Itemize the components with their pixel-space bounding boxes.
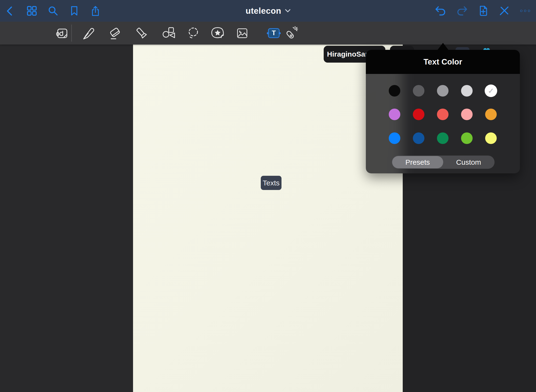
- left-margin-area: [0, 45, 133, 392]
- text-tool-label: T: [272, 29, 276, 37]
- tools-toolbar: T HiraginoSans-... 16: [0, 22, 536, 45]
- selection-handle-right: [279, 32, 281, 34]
- color-swatch[interactable]: [413, 85, 424, 97]
- pen-tool-icon[interactable]: [80, 25, 96, 41]
- color-swatch[interactable]: [389, 85, 400, 97]
- color-swatch[interactable]: [437, 132, 449, 144]
- texts-tooltip: Texts: [261, 176, 281, 190]
- laser-pointer-tool-icon[interactable]: [283, 25, 299, 41]
- color-swatch[interactable]: ✓: [485, 85, 497, 97]
- text-tool-icon[interactable]: T: [266, 25, 282, 41]
- page-title: utelecon: [246, 6, 281, 16]
- color-swatch[interactable]: [485, 109, 497, 120]
- pages-grid-icon[interactable]: [26, 5, 38, 17]
- chevron-down-icon: [285, 9, 290, 13]
- color-swatch[interactable]: [389, 109, 400, 120]
- color-swatch[interactable]: [461, 85, 473, 97]
- lasso-tool-icon[interactable]: [185, 25, 201, 41]
- popover-header: Text Color: [366, 50, 520, 74]
- undo-icon[interactable]: [434, 5, 447, 17]
- document-title-menu[interactable]: utelecon: [246, 0, 290, 22]
- popover-title: Text Color: [423, 57, 462, 66]
- redo-icon[interactable]: [456, 5, 468, 17]
- stop-editing-icon[interactable]: [498, 5, 510, 17]
- back-icon[interactable]: [4, 5, 16, 17]
- color-swatch[interactable]: [413, 132, 424, 144]
- selection-handle-left: [267, 32, 269, 34]
- text-color-popover: Text Color ✓ PresetsCustom: [366, 50, 520, 173]
- read-mode-icon[interactable]: [54, 25, 70, 41]
- color-swatch[interactable]: [437, 85, 449, 97]
- share-icon[interactable]: [89, 5, 102, 17]
- checkmark-icon: ✓: [488, 87, 494, 95]
- more-icon[interactable]: [519, 5, 531, 17]
- color-swatch[interactable]: [461, 132, 473, 144]
- note-page-canvas[interactable]: [133, 45, 403, 392]
- elements-tool-icon[interactable]: [210, 25, 226, 41]
- top-navigation-bar: utelecon: [0, 0, 536, 22]
- tab-presets[interactable]: Presets: [392, 156, 443, 168]
- eraser-tool-icon[interactable]: [107, 25, 123, 41]
- color-swatch[interactable]: [413, 109, 424, 120]
- texts-tooltip-label: Texts: [263, 179, 280, 187]
- tab-custom[interactable]: Custom: [443, 156, 494, 168]
- search-icon[interactable]: [47, 5, 59, 17]
- toolbar-divider: [71, 25, 72, 42]
- image-tool-icon[interactable]: [234, 25, 250, 41]
- shapes-tool-icon[interactable]: [161, 25, 176, 41]
- text-tool-selected-box: T: [268, 28, 280, 38]
- bookmark-icon[interactable]: [68, 5, 80, 17]
- add-page-icon[interactable]: [477, 5, 489, 17]
- color-swatch[interactable]: [461, 109, 473, 120]
- color-swatch[interactable]: [389, 132, 400, 144]
- goodnotes-app: utelecon: [0, 0, 536, 392]
- color-swatch[interactable]: [437, 109, 449, 120]
- color-swatch-grid: ✓: [366, 74, 520, 153]
- popover-arrow: [437, 43, 449, 50]
- highlighter-tool-icon[interactable]: [134, 25, 150, 41]
- color-swatch[interactable]: [485, 132, 497, 144]
- presets-custom-segmented-control: PresetsCustom: [392, 156, 495, 169]
